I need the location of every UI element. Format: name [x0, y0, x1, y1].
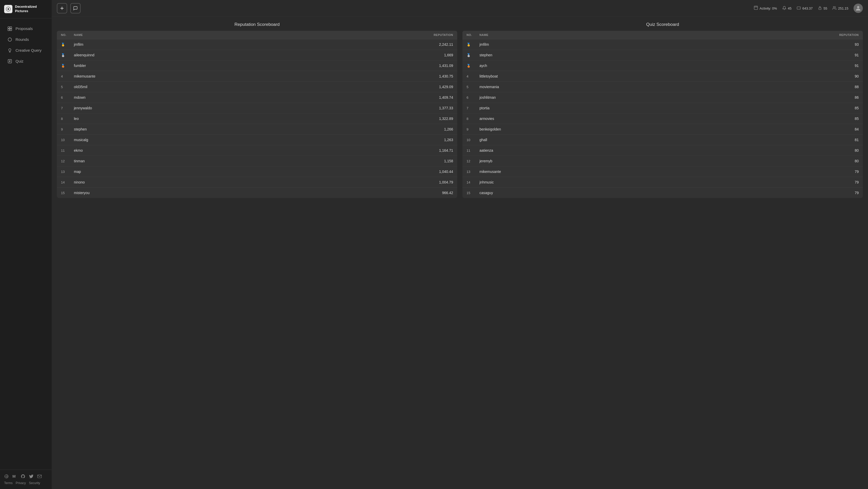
- row-reputation: 1,263: [422, 138, 453, 142]
- quiz-scoreboard-title: Quiz Scoreboard: [462, 22, 863, 27]
- chat-button[interactable]: [70, 3, 81, 13]
- globe-icon[interactable]: [4, 474, 9, 479]
- svg-rect-14: [819, 8, 821, 9]
- notifications-count: 45: [788, 6, 792, 10]
- row-number: 4: [467, 74, 479, 78]
- table-row: 6joshlitman86: [462, 92, 863, 103]
- row-name: ekmo: [74, 148, 422, 152]
- svg-rect-13: [797, 7, 800, 9]
- row-reputation: 93: [828, 42, 859, 47]
- table-row: 9stephen1,266: [57, 124, 457, 135]
- row-name: stephen: [479, 53, 828, 57]
- content: Reputation Scoreboard NO. NAME REPUTATIO…: [52, 17, 868, 489]
- row-reputation: 88: [828, 85, 859, 89]
- medium-icon[interactable]: M: [12, 474, 17, 479]
- row-reputation: 79: [828, 180, 859, 184]
- row-name: mikemusante: [479, 170, 828, 174]
- reputation-scoreboard-title: Reputation Scoreboard: [57, 22, 457, 27]
- sidebar-item-creative-query[interactable]: Creative Query: [2, 45, 50, 56]
- row-number: 12: [61, 159, 74, 163]
- mail-icon[interactable]: [37, 474, 42, 479]
- row-name: casaguy: [479, 191, 828, 195]
- row-name: jeremyb: [479, 159, 828, 163]
- row-number: 10: [467, 138, 479, 142]
- table-row: 🥉fumbler1,431.09: [57, 60, 457, 71]
- row-number: 9: [61, 127, 74, 131]
- row-reputation: 966.42: [422, 191, 453, 195]
- add-button[interactable]: [57, 3, 67, 13]
- sidebar-item-quiz[interactable]: Quiz: [2, 56, 50, 66]
- row-reputation: 1,430.75: [422, 74, 453, 78]
- table-row: 14jnhmusic79: [462, 177, 863, 188]
- table-row: 11aatienza80: [462, 145, 863, 156]
- row-number: 12: [467, 159, 479, 163]
- row-name: aatienza: [479, 148, 828, 152]
- sidebar-footer: M Terms Privacy Security: [0, 469, 52, 489]
- row-reputation: 1,164.71: [422, 148, 453, 152]
- twitter-icon[interactable]: [29, 474, 34, 479]
- row-reputation: 79: [828, 170, 859, 174]
- row-number: 13: [61, 170, 74, 174]
- row-number: 8: [61, 117, 74, 121]
- row-number: 5: [467, 85, 479, 89]
- security-link[interactable]: Security: [29, 481, 40, 485]
- quiz-col-name: NAME: [479, 33, 828, 36]
- balance3-value: 251.15: [838, 6, 848, 10]
- svg-rect-9: [754, 6, 758, 9]
- row-name: mikemusante: [74, 74, 422, 78]
- bulb-icon: [7, 48, 12, 53]
- privacy-link[interactable]: Privacy: [16, 481, 26, 485]
- row-name: armovies: [479, 117, 828, 121]
- row-number: 4: [61, 74, 74, 78]
- balance1-stat: 643.37: [797, 6, 813, 11]
- users-icon: [832, 6, 836, 11]
- row-reputation: 81: [828, 138, 859, 142]
- sidebar: Decentralized Pictures Proposals Roun: [0, 0, 52, 489]
- table-row: 12jeremyb80: [462, 156, 863, 166]
- table-row: 5old35mil1,429.09: [57, 82, 457, 92]
- row-name: littletoyboat: [479, 74, 828, 78]
- terms-link[interactable]: Terms: [4, 481, 13, 485]
- sidebar-item-proposals[interactable]: Proposals: [2, 24, 50, 34]
- row-reputation: 1,429.09: [422, 85, 453, 89]
- avatar[interactable]: [854, 4, 863, 13]
- row-reputation: 1,266: [422, 127, 453, 131]
- table-row: 🥉aych91: [462, 60, 863, 71]
- table-row: 11ekmo1,164.71: [57, 145, 457, 156]
- row-reputation: 84: [828, 127, 859, 131]
- circle-icon: [7, 37, 12, 42]
- table-row: 10musicalg1,263: [57, 135, 457, 145]
- row-reputation: 85: [828, 117, 859, 121]
- quiz-scoreboard-section: Quiz Scoreboard NO. NAME REPUTATION 🥇jmf…: [462, 22, 863, 484]
- row-reputation: 86: [828, 95, 859, 99]
- wallet1-icon: [797, 6, 801, 11]
- row-name: mdown: [74, 95, 422, 99]
- github-icon[interactable]: [21, 474, 25, 479]
- table-row: 🥇jmfilm93: [462, 39, 863, 50]
- table-row: 15misteryou966.42: [57, 188, 457, 198]
- row-reputation: 1,669: [422, 53, 453, 57]
- row-name: map: [74, 170, 422, 174]
- row-name: old35mil: [74, 85, 422, 89]
- row-number: 🥉: [467, 64, 479, 68]
- footer-links: Terms Privacy Security: [4, 481, 48, 485]
- row-number: 🥇: [61, 43, 74, 47]
- row-number: 6: [61, 96, 74, 99]
- row-name: ptortia: [479, 106, 828, 110]
- reputation-scoreboard-section: Reputation Scoreboard NO. NAME REPUTATIO…: [57, 22, 457, 484]
- row-reputation: 1,322.89: [422, 117, 453, 121]
- table-row: 13mikemusante79: [462, 166, 863, 177]
- svg-point-6: [8, 38, 11, 41]
- table-row: 7ptortia85: [462, 103, 863, 114]
- notifications-stat[interactable]: 45: [782, 6, 792, 11]
- row-number: 10: [61, 138, 74, 142]
- row-number: 5: [61, 85, 74, 89]
- table-row: 10ghall81: [462, 135, 863, 145]
- row-reputation: 91: [828, 53, 859, 57]
- sidebar-item-rounds[interactable]: Rounds: [2, 34, 50, 45]
- quiz-table-header: NO. NAME REPUTATION: [462, 31, 863, 39]
- row-number: 11: [61, 149, 74, 152]
- logo-text: Decentralized Pictures: [15, 5, 48, 13]
- row-name: benkeigolden: [479, 127, 828, 131]
- balance2-stat: 55: [818, 6, 827, 11]
